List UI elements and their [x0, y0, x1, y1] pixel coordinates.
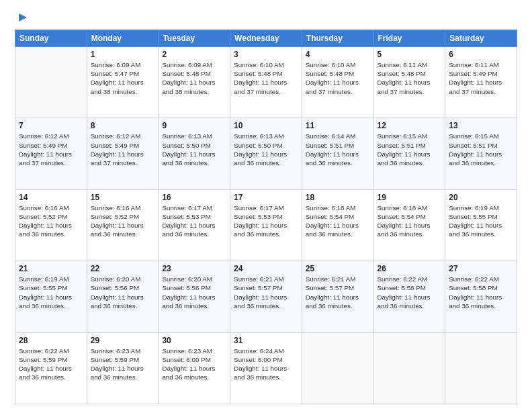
daylight-text: Daylight: 11 hours and 37 minutes.: [306, 78, 370, 95]
sunset-text: Sunset: 5:57 PM: [234, 283, 298, 292]
day-number: 9: [162, 121, 226, 130]
calendar-cell: [302, 332, 373, 404]
daylight-text: Daylight: 11 hours and 36 minutes.: [162, 293, 226, 310]
sunset-text: Sunset: 5:50 PM: [162, 141, 226, 150]
calendar-cell: 24Sunrise: 6:21 AMSunset: 5:57 PMDayligh…: [230, 261, 302, 332]
daylight-text: Daylight: 11 hours and 36 minutes.: [91, 364, 155, 381]
daylight-text: Daylight: 11 hours and 36 minutes.: [19, 293, 83, 310]
daylight-text: Daylight: 11 hours and 36 minutes.: [306, 293, 370, 310]
day-info: Sunrise: 6:17 AMSunset: 5:53 PMDaylight:…: [162, 203, 226, 239]
daylight-text: Daylight: 11 hours and 36 minutes.: [91, 221, 155, 238]
logo-icon: [16, 12, 28, 26]
sunset-text: Sunset: 5:59 PM: [19, 355, 83, 364]
calendar-cell: 19Sunrise: 6:18 AMSunset: 5:54 PMDayligh…: [373, 189, 445, 261]
day-info: Sunrise: 6:20 AMSunset: 5:56 PMDaylight:…: [162, 275, 226, 310]
sunrise-text: Sunrise: 6:15 AM: [378, 132, 442, 140]
calendar-cell: 14Sunrise: 6:16 AMSunset: 5:52 PMDayligh…: [15, 189, 87, 261]
sunrise-text: Sunrise: 6:21 AM: [306, 275, 370, 283]
sunset-text: Sunset: 5:54 PM: [378, 212, 442, 221]
calendar-cell: 30Sunrise: 6:23 AMSunset: 6:00 PMDayligh…: [159, 332, 230, 404]
calendar: SundayMondayTuesdayWednesdayThursdayFrid…: [15, 30, 517, 404]
day-info: Sunrise: 6:23 AMSunset: 5:59 PMDaylight:…: [91, 347, 155, 382]
day-number: 22: [91, 264, 155, 273]
day-info: Sunrise: 6:18 AMSunset: 5:54 PMDaylight:…: [306, 203, 370, 239]
calendar-header-saturday: Saturday: [445, 30, 517, 47]
day-info: Sunrise: 6:22 AMSunset: 5:59 PMDaylight:…: [19, 347, 83, 382]
sunrise-text: Sunrise: 6:19 AM: [19, 275, 83, 283]
daylight-text: Daylight: 11 hours and 36 minutes.: [378, 221, 442, 238]
daylight-text: Daylight: 11 hours and 36 minutes.: [234, 221, 298, 238]
day-number: 12: [378, 121, 442, 130]
daylight-text: Daylight: 11 hours and 36 minutes.: [234, 364, 298, 381]
sunset-text: Sunset: 5:58 PM: [378, 283, 442, 292]
daylight-text: Daylight: 11 hours and 37 minutes.: [91, 150, 155, 167]
day-info: Sunrise: 6:13 AMSunset: 5:50 PMDaylight:…: [162, 132, 226, 167]
calendar-header-thursday: Thursday: [302, 30, 373, 47]
sunrise-text: Sunrise: 6:16 AM: [91, 203, 155, 212]
day-number: 25: [306, 264, 370, 273]
daylight-text: Daylight: 11 hours and 37 minutes.: [449, 78, 513, 95]
calendar-week-4: 28Sunrise: 6:22 AMSunset: 5:59 PMDayligh…: [15, 332, 517, 404]
day-info: Sunrise: 6:21 AMSunset: 5:57 PMDaylight:…: [234, 275, 298, 310]
daylight-text: Daylight: 11 hours and 36 minutes.: [306, 150, 370, 167]
daylight-text: Daylight: 11 hours and 36 minutes.: [378, 150, 442, 167]
calendar-cell: 15Sunrise: 6:16 AMSunset: 5:52 PMDayligh…: [87, 189, 159, 261]
calendar-cell: 5Sunrise: 6:11 AMSunset: 5:48 PMDaylight…: [373, 47, 445, 118]
sunrise-text: Sunrise: 6:09 AM: [91, 60, 155, 69]
sunrise-text: Sunrise: 6:10 AM: [234, 60, 298, 69]
sunrise-text: Sunrise: 6:24 AM: [234, 347, 298, 355]
day-number: 26: [378, 264, 442, 273]
calendar-cell: 25Sunrise: 6:21 AMSunset: 5:57 PMDayligh…: [302, 261, 373, 332]
day-number: 1: [91, 50, 155, 59]
sunrise-text: Sunrise: 6:18 AM: [378, 203, 442, 212]
day-number: 29: [91, 336, 155, 345]
day-info: Sunrise: 6:22 AMSunset: 5:58 PMDaylight:…: [449, 275, 513, 310]
sunrise-text: Sunrise: 6:23 AM: [162, 347, 226, 355]
daylight-text: Daylight: 11 hours and 36 minutes.: [162, 221, 226, 238]
daylight-text: Daylight: 11 hours and 36 minutes.: [306, 221, 370, 238]
sunrise-text: Sunrise: 6:22 AM: [449, 275, 513, 283]
calendar-cell: 8Sunrise: 6:12 AMSunset: 5:49 PMDaylight…: [87, 118, 159, 189]
daylight-text: Daylight: 11 hours and 36 minutes.: [234, 150, 298, 167]
calendar-cell: 9Sunrise: 6:13 AMSunset: 5:50 PMDaylight…: [159, 118, 230, 189]
day-number: 17: [234, 193, 298, 202]
sunset-text: Sunset: 5:52 PM: [19, 212, 83, 221]
day-number: 28: [19, 336, 83, 345]
calendar-header-wednesday: Wednesday: [230, 30, 302, 47]
calendar-cell: 23Sunrise: 6:20 AMSunset: 5:56 PMDayligh…: [159, 261, 230, 332]
calendar-cell: 7Sunrise: 6:12 AMSunset: 5:49 PMDaylight…: [15, 118, 87, 189]
sunrise-text: Sunrise: 6:12 AM: [19, 132, 83, 140]
sunset-text: Sunset: 5:55 PM: [19, 283, 83, 292]
day-number: 10: [234, 121, 298, 130]
calendar-header-row: SundayMondayTuesdayWednesdayThursdayFrid…: [15, 30, 517, 47]
sunset-text: Sunset: 5:49 PM: [91, 141, 155, 150]
calendar-cell: [445, 332, 517, 404]
sunset-text: Sunset: 5:58 PM: [449, 283, 513, 292]
day-number: 4: [306, 50, 370, 59]
daylight-text: Daylight: 11 hours and 38 minutes.: [91, 78, 155, 95]
day-info: Sunrise: 6:09 AMSunset: 5:48 PMDaylight:…: [162, 60, 226, 96]
calendar-cell: 10Sunrise: 6:13 AMSunset: 5:50 PMDayligh…: [230, 118, 302, 189]
sunset-text: Sunset: 5:56 PM: [162, 283, 226, 292]
calendar-cell: 4Sunrise: 6:10 AMSunset: 5:48 PMDaylight…: [302, 47, 373, 118]
daylight-text: Daylight: 11 hours and 36 minutes.: [449, 150, 513, 167]
sunrise-text: Sunrise: 6:14 AM: [306, 132, 370, 140]
sunrise-text: Sunrise: 6:11 AM: [378, 60, 442, 69]
sunset-text: Sunset: 5:52 PM: [91, 212, 155, 221]
day-number: 31: [234, 336, 298, 345]
sunrise-text: Sunrise: 6:15 AM: [449, 132, 513, 140]
sunrise-text: Sunrise: 6:22 AM: [378, 275, 442, 283]
calendar-cell: 12Sunrise: 6:15 AMSunset: 5:51 PMDayligh…: [373, 118, 445, 189]
daylight-text: Daylight: 11 hours and 37 minutes.: [234, 78, 298, 95]
day-number: 16: [162, 193, 226, 202]
sunrise-text: Sunrise: 6:22 AM: [19, 347, 83, 355]
calendar-week-3: 21Sunrise: 6:19 AMSunset: 5:55 PMDayligh…: [15, 261, 517, 332]
day-info: Sunrise: 6:12 AMSunset: 5:49 PMDaylight:…: [91, 132, 155, 167]
day-info: Sunrise: 6:10 AMSunset: 5:48 PMDaylight:…: [306, 60, 370, 96]
sunrise-text: Sunrise: 6:18 AM: [306, 203, 370, 212]
sunrise-text: Sunrise: 6:17 AM: [234, 203, 298, 212]
day-info: Sunrise: 6:24 AMSunset: 6:00 PMDaylight:…: [234, 347, 298, 382]
sunset-text: Sunset: 5:57 PM: [306, 283, 370, 292]
day-info: Sunrise: 6:10 AMSunset: 5:48 PMDaylight:…: [234, 60, 298, 96]
calendar-cell: 18Sunrise: 6:18 AMSunset: 5:54 PMDayligh…: [302, 189, 373, 261]
